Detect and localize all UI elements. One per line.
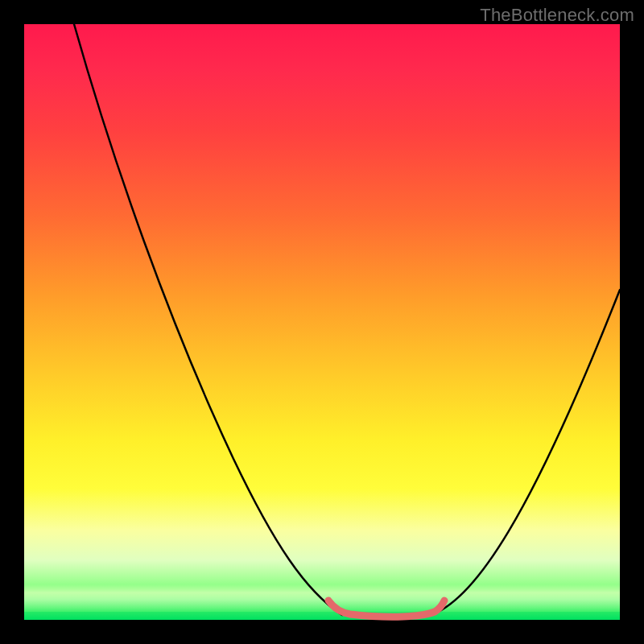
plot-area — [24, 24, 620, 620]
right-curve-path — [431, 290, 620, 615]
valley-floor-path — [328, 601, 444, 617]
left-curve-path — [74, 24, 342, 615]
chart-svg — [24, 24, 620, 620]
watermark-text: TheBottleneck.com — [480, 5, 634, 26]
chart-frame: TheBottleneck.com — [0, 0, 644, 644]
